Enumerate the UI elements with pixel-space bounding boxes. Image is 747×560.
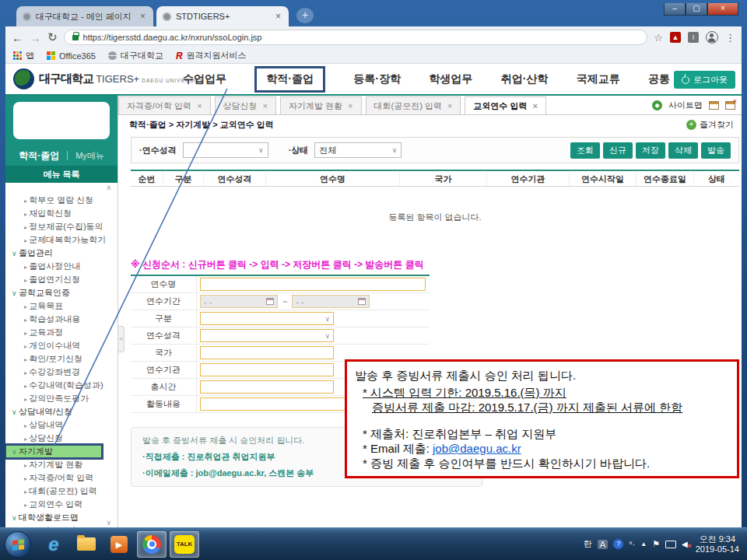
menu-section[interactable]: 졸업관리 [5, 247, 117, 260]
workspace-tab[interactable]: 자격증/어학 입력× [118, 96, 211, 114]
favorite-add[interactable]: + 즐겨찾기 [686, 119, 734, 131]
window-icon[interactable] [709, 101, 719, 110]
profile-icon[interactable] [706, 31, 718, 44]
menu-section[interactable]: 공학교육인증 [5, 286, 117, 299]
email-link[interactable]: job@daegu.ac.kr [433, 442, 521, 455]
menu-item[interactable]: 졸업연기신청 [5, 273, 117, 286]
back-icon[interactable]: ← [12, 31, 23, 44]
close-icon[interactable]: × [263, 101, 268, 110]
search-button[interactable]: 조회 [570, 142, 600, 159]
type-select[interactable]: ∨ [200, 312, 334, 325]
menu-item[interactable]: 정보제공(수집)동의 [5, 220, 117, 233]
menu-item[interactable]: 강의만족도평가 [5, 392, 117, 405]
country-input[interactable] [200, 346, 334, 359]
sitemap-link[interactable]: 사이트맵 [668, 100, 703, 111]
workspace-tab[interactable]: 대회(공모전) 입력× [366, 96, 461, 114]
menu-item[interactable]: 상담신청 [5, 432, 117, 445]
maximize-button[interactable]: ▢ [686, 3, 707, 16]
close-icon[interactable]: × [348, 101, 352, 110]
scroll-down-icon[interactable]: ∨ [106, 519, 111, 527]
menu-item[interactable]: 자격증/어학 입력 [5, 471, 117, 485]
menu-item[interactable]: 학부모 열람 신청 [5, 194, 117, 207]
taskbar-clock[interactable]: 오전 9:34 2019-05-14 [696, 534, 742, 555]
bookmark-star-icon[interactable]: ☆ [654, 32, 663, 44]
start-date-input[interactable]: - - [200, 295, 278, 308]
ime-english-indicator[interactable]: A [598, 540, 608, 549]
extension-icon[interactable]: I [688, 32, 699, 43]
nav-employment[interactable]: 취업·산학 [501, 72, 549, 86]
new-tab-button[interactable]: + [296, 8, 314, 23]
menu-dots-icon[interactable]: ⋮ [725, 32, 735, 44]
tray-dots-icon[interactable]: °· [629, 540, 635, 549]
bookmark-apps[interactable]: 앱 [13, 50, 34, 61]
menu-item[interactable]: 교육목표 [5, 299, 117, 313]
menu-item[interactable]: 군제대복학가능학기 [5, 233, 117, 247]
nav-records-graduation[interactable]: 학적·졸업 [254, 66, 325, 93]
nav-international[interactable]: 국제교류 [577, 72, 620, 86]
taskbar-chrome[interactable] [137, 531, 167, 558]
menu-item[interactable]: 대회(공모전) 입력 [5, 485, 117, 498]
logout-button[interactable]: 로그아웃 [674, 71, 735, 89]
delete-button[interactable]: 삭제 [668, 142, 698, 159]
taskbar-media-player[interactable]: ▶ [104, 531, 134, 558]
taskbar-file-explorer[interactable] [72, 531, 101, 558]
address-bar[interactable]: https://tigersstd.daegu.ac.kr/nxrun/ssoL… [64, 30, 648, 45]
total-hours-input[interactable] [200, 380, 334, 394]
save-button[interactable]: 저장 [636, 142, 665, 159]
reload-icon[interactable]: ↻ [47, 30, 58, 44]
ime-korean-indicator[interactable]: 한 [584, 538, 592, 550]
sidebar-tab-mymenu[interactable]: My메뉴 [75, 150, 104, 162]
calendar-icon[interactable] [358, 298, 366, 305]
scroll-up-icon[interactable]: ∧ [106, 184, 111, 191]
sidebar-tab-records[interactable]: 학적·졸업 [19, 149, 59, 163]
nav-student-affairs[interactable]: 학생업무 [429, 72, 472, 86]
menu-section[interactable]: 대학생활로드맵 [5, 511, 117, 524]
nav-classes[interactable]: 수업업무 [183, 72, 226, 86]
new-button[interactable]: 신규 [603, 142, 633, 159]
menu-item[interactable]: 자기계발 현황 [5, 458, 117, 471]
flag-action-center-icon[interactable]: ⚑ [652, 539, 660, 549]
status-select[interactable]: 전체∨ [314, 142, 402, 158]
close-icon[interactable]: × [197, 101, 202, 110]
menu-item[interactable]: 상담내역 [5, 418, 117, 432]
character-form-select[interactable]: ∨ [200, 329, 334, 342]
menu-item[interactable]: 재입학신청 [5, 207, 117, 220]
menu-section[interactable]: 상담내역/신청 [5, 405, 117, 418]
sidebar-collapse-handle[interactable]: < [118, 326, 124, 352]
browser-tab-stdtigers[interactable]: STDTIGERS+ × [156, 6, 289, 26]
workspace-tab[interactable]: 상담신청× [215, 96, 276, 114]
university-logo[interactable]: 대구대학교 TIGERS+ DAEGU UNIVERSITY [13, 68, 204, 89]
taskbar-kakaotalk[interactable]: TALK [170, 531, 199, 558]
bookmark-daegu-univ[interactable]: 대구대학교 [108, 50, 163, 61]
character-select[interactable]: ∨ [183, 142, 268, 158]
browser-tab-daegu-main[interactable]: 대구대학교 - 메인 페이지 × [16, 6, 153, 26]
tray-expand-icon[interactable]: ▲ [640, 541, 647, 548]
close-icon[interactable]: × [532, 101, 537, 110]
help-tray-icon[interactable]: ? [613, 539, 623, 549]
institute-input[interactable] [200, 363, 334, 376]
workspace-tab[interactable]: 자기계발 현황× [280, 96, 362, 114]
bookmark-office365[interactable]: Office365 [47, 51, 96, 61]
menu-section-self-development[interactable]: 자기계발 [5, 445, 102, 458]
taskbar-internet-explorer[interactable]: e [39, 531, 68, 558]
close-button[interactable]: × [707, 3, 738, 16]
workspace-tab-active[interactable]: 교외연수 입력× [465, 96, 546, 114]
menu-item[interactable]: 확인/포기신청 [5, 352, 117, 366]
tab-close-icon[interactable]: × [274, 11, 282, 22]
start-button[interactable] [5, 531, 31, 558]
volume-muted-icon[interactable]: ◀× [682, 540, 688, 548]
menu-item-external-training[interactable]: 교외연수 입력 [5, 498, 117, 511]
nav-common[interactable]: 공통 [648, 72, 670, 86]
forward-icon[interactable]: → [30, 31, 41, 44]
training-name-input[interactable] [200, 278, 426, 291]
bookmark-remote-support[interactable]: R 원격지원서비스 [176, 50, 247, 61]
pdf-extension-icon[interactable]: ▲ [670, 32, 681, 43]
menu-item[interactable]: 교육과정 [5, 326, 117, 339]
menu-item[interactable]: 학습성과내용 [5, 313, 117, 326]
tab-close-icon[interactable]: × [139, 11, 147, 22]
menu-item[interactable]: 개인이수내역 [5, 339, 117, 352]
menu-item[interactable]: 수강강좌변경 [5, 366, 117, 379]
nav-registration-scholarship[interactable]: 등록·장학 [353, 72, 401, 86]
menu-item[interactable]: 졸업사정안내 [5, 260, 117, 273]
end-date-input[interactable]: - - [292, 295, 370, 308]
